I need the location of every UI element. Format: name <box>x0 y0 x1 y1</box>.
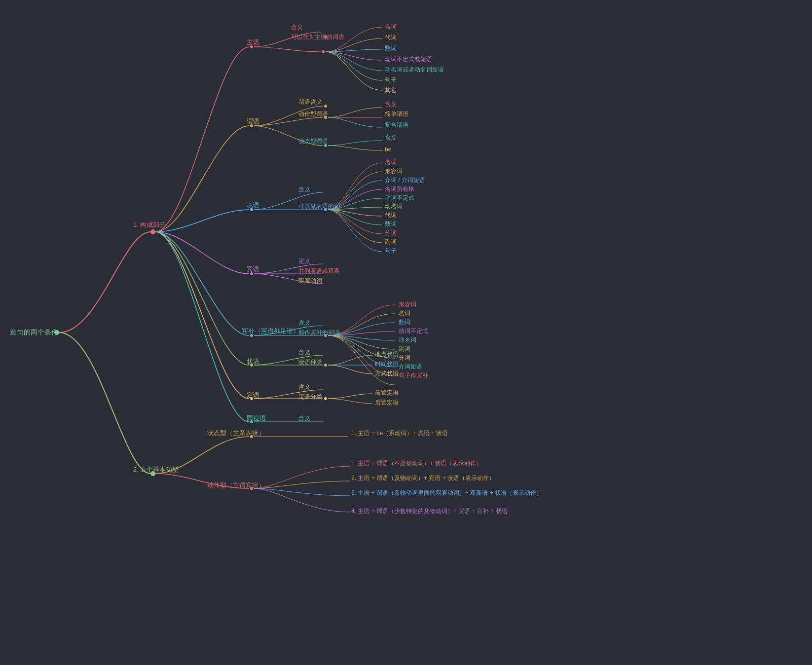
attribute-label: 定语 <box>247 391 259 399</box>
pred-num: 数词 <box>385 221 397 227</box>
root-label: 造句的两个条件 <box>10 328 58 336</box>
subj-numeral: 数词 <box>385 45 397 52</box>
obj-parallel: 并列宾语或双宾 <box>298 267 340 274</box>
svg-point-8 <box>322 50 325 53</box>
pred-words: 可以做表语的词 <box>298 203 340 210</box>
adv-manner: 方式状语 <box>375 370 399 377</box>
pred-adj: 形容词 <box>385 168 403 175</box>
comp-adj: 形容词 <box>399 301 416 308</box>
svg-point-9 <box>324 105 327 108</box>
branch2-label: 2. 五个基本句型 <box>133 466 179 473</box>
subj-clause: 句子 <box>385 76 397 83</box>
comp-words: 能作宾补的词语 <box>298 329 340 336</box>
subject-meaning: 含义 <box>291 24 303 31</box>
adverbial-label: 状语 <box>246 358 259 365</box>
subj-other: 其它 <box>385 87 397 94</box>
attr-prepositive: 前置定语 <box>375 389 399 396</box>
svg-point-14 <box>324 364 327 367</box>
pred-ger: 动名词 <box>385 203 403 210</box>
pred-action-meaning: 含义 <box>385 101 397 108</box>
comp-n: 名词 <box>399 310 410 317</box>
obj-double: 双宾动词 <box>298 277 322 284</box>
comp-num: 数词 <box>399 319 410 326</box>
subj-pronoun: 代词 <box>384 34 397 41</box>
branch1-label: 1. 构成部分 <box>133 221 166 228</box>
pred-poss: 名词所有格 <box>385 185 414 192</box>
pred-state: 状态型谓语 <box>298 138 328 145</box>
adv-place: 地点状语 <box>374 351 399 358</box>
appos-meaning: 含义 <box>298 415 310 422</box>
attr-meaning: 含义 <box>298 383 310 390</box>
comp-ger: 动名词 <box>399 336 416 343</box>
subj-infinitive: 动词不定式或短语 <box>385 56 432 63</box>
branch1-node <box>150 229 155 234</box>
adv-types: 状语种类 <box>298 359 322 366</box>
predicator-label: 表语 <box>247 201 259 209</box>
predicate-label: 谓语 <box>247 117 259 125</box>
pred-sent: 句子 <box>385 247 397 254</box>
complement-label: 宾补（宾语补足语） <box>242 327 299 334</box>
subj-noun: 名词 <box>385 23 397 30</box>
comp-prep: 介词短语 <box>399 363 422 370</box>
adv-time: 时间状语 <box>375 361 399 368</box>
subject-words: 可以作为主语的词语 <box>291 34 344 40</box>
adv-meaning: 含义 <box>298 349 310 356</box>
pred-inf: 动词不定式 <box>385 194 414 201</box>
object-label: 宾语 <box>247 265 259 273</box>
pred-adv: 副词 <box>385 238 397 245</box>
subject-label: 主语 <box>247 38 259 46</box>
action-pattern4: 4. 主语 + 谓语（少数特定的及物动词）+ 宾语 + 宾补 + 状语 <box>351 508 508 515</box>
pred-be: be <box>385 146 392 153</box>
state-pattern1: 1. 主语 + be（系动词）+ 表语 + 状语 <box>351 430 448 437</box>
appositive-label: 同位语 <box>247 414 266 422</box>
obj-def: 定义 <box>298 258 310 264</box>
attr-postpositive: 后置定语 <box>375 399 399 406</box>
pred-state-meaning: 含义 <box>385 134 397 141</box>
pred-simple: 简单谓语 <box>385 111 408 117</box>
svg-point-19 <box>250 487 253 490</box>
action-pattern1: 1. 主语 + 谓语（不及物动词）+ 状语（表示动作） <box>351 460 482 467</box>
pred-complex: 复合谓语 <box>385 121 408 128</box>
pred-prep: 介词 / 介词短语 <box>385 177 425 184</box>
attr-types: 定语分类 <box>298 393 322 400</box>
state-type-label: 状态型（主系表状） <box>207 429 265 437</box>
action-type-label: 动作型（主谓宾状） <box>207 481 265 489</box>
svg-point-15 <box>324 397 327 400</box>
subj-gerund: 动名词或者动名词短语 <box>385 66 444 73</box>
action-pattern2: 2. 主语 + 谓语（及物动词）+ 宾语 + 状语（表示动作） <box>351 475 495 481</box>
pred-meaning: 谓语含义 <box>298 98 322 105</box>
pred-pron: 代词 <box>384 212 397 219</box>
pred-meaning2: 含义 <box>298 186 310 193</box>
comp-adv: 副词 <box>399 345 410 352</box>
pred-part: 分词 <box>385 229 397 236</box>
comp-inf: 动词不定式 <box>399 328 428 334</box>
comp-sent-comp: 句子作宾补 <box>399 372 428 379</box>
svg-point-18 <box>324 36 327 38</box>
pred-n: 名词 <box>385 159 397 166</box>
comp-part: 分词 <box>399 354 410 361</box>
pred-action: 动作型谓语 <box>298 111 328 117</box>
action-pattern3: 3. 主语 + 谓语（及物动词里面的双宾动词）+ 双宾语 + 状语（表示动作） <box>351 489 542 496</box>
comp-meaning: 含义 <box>298 319 310 326</box>
